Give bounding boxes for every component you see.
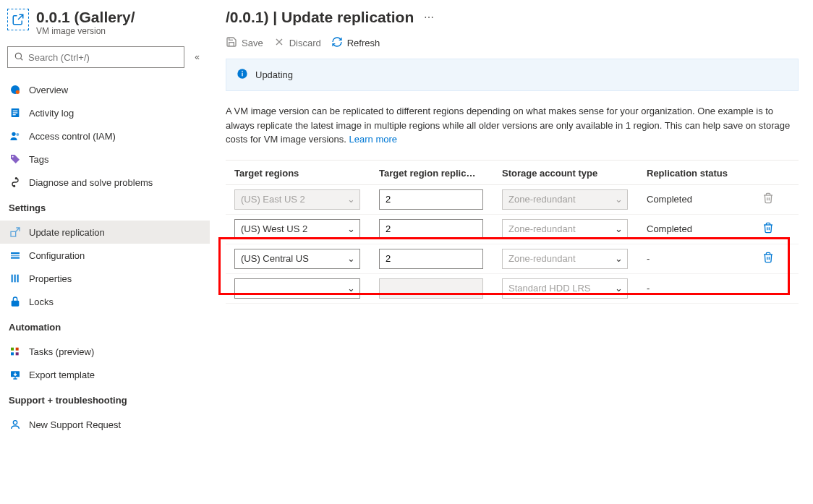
svg-rect-12: [11, 231, 16, 236]
refresh-icon: [331, 36, 343, 50]
svg-rect-19: [12, 301, 18, 306]
nav-tags[interactable]: Tags: [0, 148, 210, 171]
svg-rect-15: [11, 257, 20, 259]
refresh-label: Refresh: [347, 38, 380, 48]
svg-rect-13: [11, 252, 20, 254]
description: A VM image version can be replicated to …: [210, 104, 813, 160]
storage-value: Zone-redundant: [508, 223, 576, 234]
nav-new-support[interactable]: New Support Request: [0, 413, 210, 436]
refresh-button[interactable]: Refresh: [331, 36, 380, 50]
trash-icon: [762, 252, 774, 265]
region-dropdown[interactable]: (US) West US 2 ⌄: [234, 219, 360, 239]
info-banner-text: Updating: [255, 69, 293, 80]
svg-point-0: [15, 53, 21, 59]
locks-icon: [9, 295, 22, 308]
replica-input[interactable]: [379, 189, 483, 210]
region-dropdown[interactable]: (US) Central US ⌄: [234, 249, 360, 269]
svg-rect-27: [242, 73, 242, 77]
support-icon: [9, 418, 22, 431]
svg-point-2: [16, 90, 20, 94]
nav-section-settings: Settings: [0, 197, 210, 218]
status-value: Completed: [647, 223, 762, 234]
replication-icon: [9, 226, 22, 239]
storage-dropdown[interactable]: Standard HDD LRS ⌄: [502, 278, 628, 299]
region-value: (US) Central US: [241, 253, 309, 264]
svg-rect-18: [17, 275, 19, 283]
tasks-icon: [9, 345, 22, 358]
collapse-sidebar-button[interactable]: «: [192, 49, 203, 65]
resource-header: 0.0.1 (Gallery/ VM image version: [0, 0, 210, 42]
region-dropdown[interactable]: ⌄: [234, 278, 360, 299]
table-header: Target regions Target region replic… Sto…: [226, 161, 799, 185]
svg-point-7: [12, 132, 15, 136]
svg-rect-5: [13, 112, 18, 113]
svg-rect-6: [13, 114, 16, 115]
nav-locks[interactable]: Locks: [0, 290, 210, 313]
sidebar: 0.0.1 (Gallery/ VM image version « Overv…: [0, 0, 210, 504]
nav-tasks[interactable]: Tasks (preview): [0, 340, 210, 363]
svg-rect-22: [16, 348, 19, 351]
nav-label: Tags: [29, 154, 48, 165]
nav-label: New Support Request: [29, 419, 121, 430]
region-dropdown: (US) East US 2 ⌄: [234, 189, 360, 210]
discard-label: Discard: [289, 38, 321, 48]
svg-point-10: [15, 178, 17, 179]
svg-point-8: [16, 133, 19, 136]
more-actions-button[interactable]: ⋯: [420, 12, 438, 23]
delete-button[interactable]: [762, 252, 799, 265]
table-row: (US) West US 2 ⌄ Zone-redundant ⌄ Comple…: [226, 215, 799, 244]
nav-label: Export template: [29, 370, 95, 380]
save-label: Save: [242, 38, 263, 48]
search-input[interactable]: [28, 52, 178, 63]
nav-properties[interactable]: Properties: [0, 267, 210, 290]
export-icon: [9, 368, 22, 381]
svg-point-28: [242, 71, 243, 72]
info-banner: Updating: [226, 59, 799, 91]
nav-diagnose[interactable]: Diagnose and solve problems: [0, 171, 210, 194]
save-icon: [226, 36, 237, 50]
learn-more-link[interactable]: Learn more: [349, 134, 397, 145]
chevron-down-icon: ⌄: [347, 283, 355, 294]
svg-rect-16: [12, 275, 13, 283]
delete-button[interactable]: [762, 222, 799, 236]
svg-rect-17: [14, 275, 16, 283]
overview-icon: [9, 83, 22, 96]
iam-icon: [9, 129, 22, 142]
nav-update-replication[interactable]: Update replication: [0, 221, 210, 244]
nav-label: Access control (IAM): [29, 131, 116, 142]
replica-input[interactable]: [379, 249, 483, 269]
storage-dropdown[interactable]: Zone-redundant ⌄: [502, 189, 628, 210]
discard-button[interactable]: Discard: [273, 36, 321, 50]
nav-overview[interactable]: Overview: [0, 78, 210, 101]
main-content: /0.0.1) | Update replication ⋯ Save Disc…: [210, 0, 813, 504]
nav-access-control[interactable]: Access control (IAM): [0, 124, 210, 148]
storage-dropdown[interactable]: Zone-redundant ⌄: [502, 219, 628, 239]
storage-dropdown[interactable]: Zone-redundant ⌄: [502, 249, 628, 269]
resource-icon: [7, 9, 29, 30]
search-input-container[interactable]: [7, 46, 184, 68]
svg-rect-23: [16, 352, 19, 355]
nav-configuration[interactable]: Configuration: [0, 244, 210, 267]
status-value: -: [647, 283, 762, 294]
table-row: (US) Central US ⌄ Zone-redundant ⌄ -: [226, 244, 799, 274]
region-value: (US) East US 2: [241, 194, 305, 205]
trash-icon: [762, 192, 774, 206]
svg-rect-21: [11, 352, 14, 355]
header-target-regions: Target regions: [234, 168, 379, 179]
properties-icon: [9, 272, 22, 285]
svg-point-25: [13, 421, 17, 424]
nav-export-template[interactable]: Export template: [0, 363, 210, 386]
replica-input[interactable]: [379, 219, 483, 239]
nav-label: Configuration: [29, 250, 85, 261]
chevron-down-icon: ⌄: [615, 223, 623, 234]
resource-type: VM image version: [36, 26, 135, 36]
nav-activity-log[interactable]: Activity log: [0, 101, 210, 124]
diagnose-icon: [9, 176, 22, 189]
regions-table: Target regions Target region replic… Sto…: [226, 160, 799, 304]
svg-rect-20: [11, 348, 14, 351]
svg-rect-4: [13, 111, 18, 111]
description-text: A VM image version can be replicated to …: [226, 106, 790, 145]
svg-point-11: [14, 185, 15, 187]
save-button[interactable]: Save: [226, 36, 263, 50]
chevron-down-icon: ⌄: [347, 223, 355, 234]
